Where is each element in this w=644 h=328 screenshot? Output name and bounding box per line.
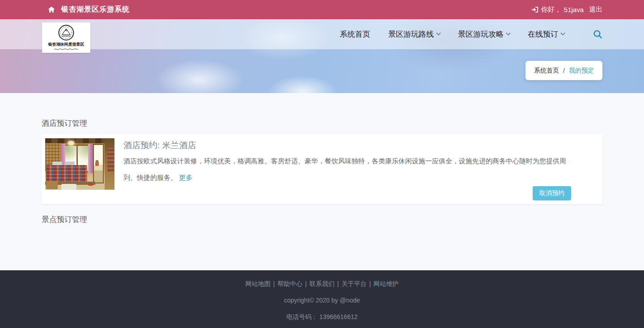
more-link[interactable]: 更多 (179, 174, 192, 181)
breadcrumb-home-link[interactable]: 系统首页 (534, 67, 559, 75)
logo-emblem-icon (58, 24, 75, 41)
topbar-user-area: 你好， 51java 退出 (531, 5, 602, 14)
footer-link-help[interactable]: 帮助中心 (277, 280, 302, 287)
hotel-photo (45, 138, 114, 190)
footer: 网站地图|帮助中心|联系我们|关于平台|网站维护 copyright© 2020… (0, 270, 644, 328)
footer-link-sitemap[interactable]: 网站地图 (246, 280, 271, 287)
sign-in-icon (531, 6, 538, 13)
nav-item-booking[interactable]: 在线预订 (528, 29, 564, 39)
footer-link-contact[interactable]: 联系我们 (309, 280, 335, 287)
hotel-card-body: 酒店预约: 米兰酒店 酒店按欧式风格设计装修，环境优美，格调高雅。客房舒适、豪华… (114, 138, 599, 200)
search-button[interactable] (593, 30, 602, 39)
logo-text: 银杏湖休闲度假景区 (48, 42, 85, 47)
phone-label: 电话号码： (286, 313, 318, 320)
nav-item-label: 景区游玩路线 (388, 29, 434, 39)
header-banner: 银杏湖休闲度假景区 系统首页 景区游玩路线 景区游玩攻略 (0, 19, 644, 93)
nav-item-home[interactable]: 系统首页 (340, 29, 370, 39)
card-actions: 取消预约 (123, 186, 571, 200)
phone-number: 13966616612 (319, 313, 358, 320)
main-content: 酒店预订管理 (0, 93, 644, 270)
footer-pipe: | (369, 280, 371, 287)
hotel-booking-card: 酒店预约: 米兰酒店 酒店按欧式风格设计装修，环境优美，格调高雅。客房舒适、豪华… (42, 134, 602, 204)
footer-pipe: | (337, 280, 339, 287)
spot-section-title: 景点预订管理 (42, 214, 602, 225)
topbar: 银杏湖景区乐游系统 你好， 51java 退出 (0, 0, 644, 19)
nav-item-label: 景区游玩攻略 (458, 29, 504, 39)
breadcrumb-separator: / (563, 67, 565, 74)
chevron-down-icon (436, 31, 441, 35)
nav-item-routes[interactable]: 景区游玩路线 (388, 29, 440, 39)
footer-link-maintenance[interactable]: 网站维护 (373, 280, 398, 287)
footer-phone: 电话号码： 13966616612 (0, 312, 644, 322)
home-icon (48, 6, 55, 13)
hotel-card-title: 酒店预约: 米兰酒店 (123, 140, 571, 151)
hotel-section-title: 酒店预订管理 (42, 93, 602, 128)
footer-links: 网站地图|帮助中心|联系我们|关于平台|网站维护 (0, 279, 644, 289)
breadcrumb: 系统首页 / 我的预定 (525, 61, 602, 80)
app-title: 银杏湖景区乐游系统 (61, 5, 130, 14)
footer-pipe: | (273, 280, 275, 287)
nav-item-guides[interactable]: 景区游玩攻略 (458, 29, 510, 39)
greeting-text: 你好， (541, 5, 561, 14)
logout-link[interactable]: 退出 (589, 5, 602, 14)
chevron-down-icon (506, 31, 511, 35)
username-text: 51java (564, 6, 584, 13)
home-link[interactable]: 银杏湖景区乐游系统 (42, 5, 130, 14)
footer-copyright: copyright© 2020 by @node (0, 295, 644, 306)
logo-script-flourish (54, 47, 79, 51)
chevron-down-icon (561, 31, 565, 35)
nav-item-label: 系统首页 (340, 29, 370, 39)
breadcrumb-current: 我的预定 (569, 67, 594, 75)
navbar: 银杏湖休闲度假景区 系统首页 景区游玩路线 景区游玩攻略 (0, 19, 644, 49)
page: 银杏湖景区乐游系统 你好， 51java 退出 (0, 0, 644, 328)
footer-link-about[interactable]: 关于平台 (342, 280, 367, 287)
hotel-card-description: 酒店按欧式风格设计装修，环境优美，格调高雅。客房舒适、豪华，餐饮风味独特，各类康… (123, 153, 571, 186)
nav-item-label: 在线预订 (528, 29, 558, 39)
main-nav: 系统首页 景区游玩路线 景区游玩攻略 在线预订 (340, 29, 602, 39)
search-icon (593, 30, 602, 39)
footer-pipe: | (305, 280, 307, 287)
site-logo[interactable]: 银杏湖休闲度假景区 (42, 22, 90, 53)
cancel-booking-button[interactable]: 取消预约 (533, 186, 571, 200)
